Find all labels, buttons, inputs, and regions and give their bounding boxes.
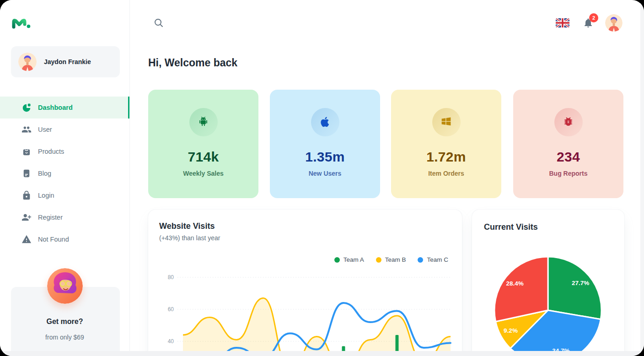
- current-visits-card: 27.7%34.7%9.2%28.4% Current Visits: [472, 210, 624, 356]
- sidebar-item-label: Products: [38, 148, 64, 155]
- line-series: [183, 303, 451, 356]
- android-icon: [197, 115, 209, 129]
- sidebar-nav: Dashboard User Products Blog: [0, 97, 129, 250]
- people-icon: [21, 124, 32, 135]
- promo-title: Get more?: [0, 318, 129, 326]
- stat-card-item-orders: 1.72m Item Orders: [391, 90, 501, 198]
- chart-title: Current Visits: [484, 222, 538, 232]
- sidebar-item-user[interactable]: User: [0, 119, 129, 140]
- stat-label: Item Orders: [391, 170, 501, 177]
- pie-chart-icon: [21, 102, 32, 113]
- account-avatar[interactable]: [605, 14, 623, 32]
- stat-label: Bug Reports: [513, 170, 623, 177]
- page-title: Hi, Welcome back: [148, 57, 237, 69]
- legend-item-team-a[interactable]: Team A: [334, 256, 364, 263]
- sidebar-item-not-found[interactable]: Not Found: [0, 228, 129, 250]
- pie-slice-label: 28.4%: [506, 280, 523, 287]
- stat-value: 714k: [148, 149, 258, 165]
- chart-subtitle: (+43%) than last year: [159, 234, 220, 242]
- y-tick-label: 80: [168, 274, 174, 280]
- legend-dot-team-b: [376, 257, 381, 263]
- sidebar-item-label: Dashboard: [38, 104, 73, 111]
- pie-slice: [510, 310, 601, 356]
- sidebar-item-products[interactable]: Products: [0, 140, 129, 162]
- y-tick-label: 60: [168, 306, 174, 313]
- user-avatar: [18, 53, 37, 71]
- website-visits-chart: 806040: [148, 210, 462, 356]
- chart-legend: Team A Team B Team C: [334, 256, 448, 263]
- stat-icon-circle: [432, 108, 461, 136]
- bug-icon: [562, 115, 574, 129]
- legend-label: Team A: [343, 256, 364, 263]
- stat-icon-circle: [189, 108, 218, 136]
- lock-icon: [21, 190, 32, 200]
- legend-item-team-c[interactable]: Team C: [418, 256, 448, 263]
- user-name: Jaydon Frankie: [44, 58, 91, 65]
- area-fill: [183, 298, 451, 356]
- stat-label: New Users: [270, 170, 380, 177]
- windows-icon: [440, 115, 452, 129]
- apple-icon: [319, 115, 331, 129]
- legend-dot-team-a: [334, 257, 340, 263]
- document-icon: [21, 168, 32, 178]
- sidebar-item-label: Register: [38, 214, 63, 221]
- promo-subtitle: from only $69: [0, 334, 129, 341]
- shopping-bag-icon: [21, 146, 32, 156]
- notification-badge: 2: [589, 13, 598, 22]
- pie-slice: [494, 257, 548, 322]
- person-add-icon: [21, 212, 32, 222]
- app-window: Jaydon Frankie Dashboard User Products: [0, 0, 644, 356]
- warning-icon: [21, 234, 32, 244]
- promo-avatar: [47, 268, 83, 304]
- y-tick-label: 40: [168, 338, 174, 345]
- legend-dot-team-c: [418, 257, 423, 263]
- website-visits-card: 806040 Website Visits (+43%) than last y…: [148, 210, 462, 356]
- stat-value: 1.72m: [391, 149, 501, 165]
- window-bottom-edge: [0, 351, 644, 356]
- minimal-logo-icon[interactable]: [11, 15, 33, 30]
- sidebar-item-dashboard[interactable]: Dashboard: [0, 97, 129, 119]
- pie-slice-label: 27.7%: [572, 280, 589, 286]
- pie-slice: [548, 257, 601, 319]
- pie-slice-label: 9.2%: [504, 327, 518, 334]
- stat-label: Weekly Sales: [148, 170, 258, 177]
- legend-item-team-b[interactable]: Team B: [376, 256, 406, 263]
- stat-value: 234: [513, 149, 623, 165]
- window-right-edge: [640, 0, 644, 356]
- stat-card-new-users: 1.35m New Users: [270, 90, 380, 198]
- sidebar-item-label: Blog: [38, 170, 51, 177]
- legend-label: Team B: [385, 256, 406, 263]
- sidebar-item-register[interactable]: Register: [0, 206, 129, 228]
- pie-slice: [496, 310, 548, 348]
- stat-icon-circle: [554, 108, 583, 136]
- sidebar-item-label: Not Found: [38, 236, 69, 243]
- sidebar-item-label: Login: [38, 192, 54, 199]
- stat-card-weekly-sales: 714k Weekly Sales: [148, 90, 258, 198]
- stat-value: 1.35m: [270, 149, 380, 165]
- search-icon[interactable]: [153, 17, 164, 28]
- sidebar-item-login[interactable]: Login: [0, 184, 129, 206]
- chart-title: Website Visits: [159, 221, 215, 231]
- sidebar-user-card[interactable]: Jaydon Frankie: [11, 46, 120, 77]
- area-line: [183, 298, 451, 356]
- stat-icon-circle: [311, 108, 339, 136]
- language-flag-uk[interactable]: [556, 18, 569, 27]
- sidebar-item-blog[interactable]: Blog: [0, 162, 129, 184]
- stat-card-bug-reports: 234 Bug Reports: [513, 90, 623, 198]
- sidebar: Jaydon Frankie Dashboard User Products: [0, 0, 130, 356]
- sidebar-item-label: User: [38, 126, 52, 133]
- legend-label: Team C: [427, 256, 448, 263]
